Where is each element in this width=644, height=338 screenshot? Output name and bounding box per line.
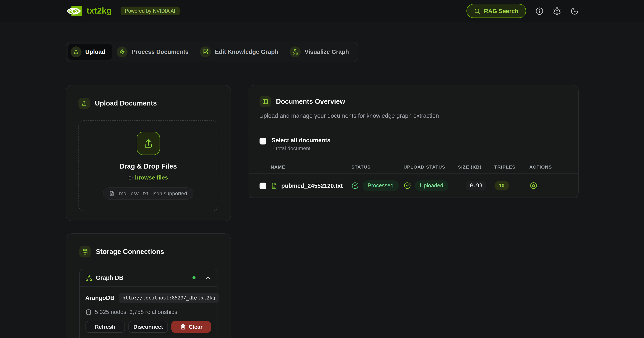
page: txt2kg Powered by NVIDIA AI RAG Search [0,0,644,338]
rag-search-button[interactable]: RAG Search [466,4,526,18]
graph-network-icon [85,275,92,281]
select-all-checkbox[interactable] [259,138,266,145]
edit-pencil-icon [200,46,211,57]
upload-documents-card: Upload Documents Drag & Drop Files or br… [66,85,231,221]
database-icon [85,309,92,315]
check-circle-icon [404,182,410,189]
storage-connections-card: Storage Connections Graph DB [66,233,231,338]
nvidia-logo-icon [66,5,82,17]
info-icon[interactable] [535,7,544,15]
document-name: pubmed_24552120.txt [281,182,343,189]
view-eye-icon[interactable] [529,182,568,189]
search-icon [474,8,480,14]
app-title: txt2kg [86,6,112,16]
db-connections-panel: Graph DB ArangoDB http://localhost:8529/… [79,269,217,338]
documents-table-header: NAME STATUS UPLOAD STATUS SIZE (KB) TRIP… [249,160,578,174]
trash-icon [180,324,186,330]
column-header-size: SIZE (KB) [458,164,494,169]
app-header: txt2kg Powered by NVIDIA AI RAG Search [0,0,644,22]
graph-db-details: ArangoDB http://localhost:8529/_db/txt2k… [80,286,217,338]
upload-card-title: Upload Documents [95,99,157,107]
graph-db-status-dot [192,276,195,279]
settings-gear-icon[interactable] [552,7,561,15]
main-tabbar: Upload Process Documents Edit Knowledge … [66,42,358,62]
db-stats: 5,325 nodes, 3,758 relationships [85,309,211,315]
disconnect-button[interactable]: Disconnect [128,321,168,333]
db-provider-name: ArangoDB [85,295,115,301]
documents-card-title: Documents Overview [276,98,345,106]
select-all-label: Select all documents [272,137,330,144]
upload-status-badge: Uploaded [414,180,448,191]
brand-logo-group: txt2kg Powered by NVIDIA AI [66,5,180,17]
column-header-name: NAME [271,164,351,169]
documents-overview-card: Documents Overview Upload and manage you… [248,85,578,198]
database-icon [79,246,90,257]
upload-icon [70,46,81,57]
dropzone-subtitle: or browse files [128,174,168,181]
file-dropzone[interactable]: Drag & Drop Files or browse files .md, .… [78,120,218,211]
upload-icon [78,98,90,109]
documents-card-subtitle: Upload and manage your documents for kno… [259,113,568,119]
dropzone-title: Drag & Drop Files [120,163,177,170]
browse-files-link[interactable]: browse files [135,174,168,181]
refresh-button[interactable]: Refresh [85,321,125,333]
storage-card-title: Storage Connections [96,248,164,256]
powered-by-badge: Powered by NVIDIA AI [120,6,180,15]
row-checkbox[interactable] [259,182,266,189]
file-text-icon [271,182,277,189]
tab-upload[interactable]: Upload [68,44,112,60]
status-badge: Processed [362,180,399,191]
db-connection-url: http://localhost:8529/_db/txt2kg [119,293,219,303]
total-documents-label: 1 total document [272,145,330,152]
check-circle-icon [351,182,358,189]
column-header-actions: ACTIONS [529,164,568,169]
supported-formats-badge: .md, .csv, .txt, .json supported [103,187,193,200]
tab-process-documents[interactable]: Process Documents [114,44,196,60]
graph-db-row[interactable]: Graph DB [80,269,217,286]
triples-count-badge: 10 [494,181,509,190]
tab-edit-knowledge-graph[interactable]: Edit Knowledge Graph [197,44,286,60]
file-icon [109,191,114,196]
network-icon [290,46,301,57]
column-header-status: STATUS [351,164,404,169]
upload-icon [136,132,160,155]
graph-db-label: Graph DB [96,275,124,281]
size-value: 0.93 [466,181,486,190]
table-row: pubmed_24552120.txt Processed [249,174,578,198]
zap-icon [117,46,128,57]
column-header-upload-status: UPLOAD STATUS [404,164,458,169]
chevron-up-icon[interactable] [204,275,211,281]
tab-visualize-graph[interactable]: Visualize Graph [287,44,356,60]
column-header-triples: TRIPLES [494,164,529,169]
clear-button[interactable]: Clear [172,321,211,333]
table-icon [259,96,271,107]
dark-mode-moon-icon[interactable] [570,7,578,15]
